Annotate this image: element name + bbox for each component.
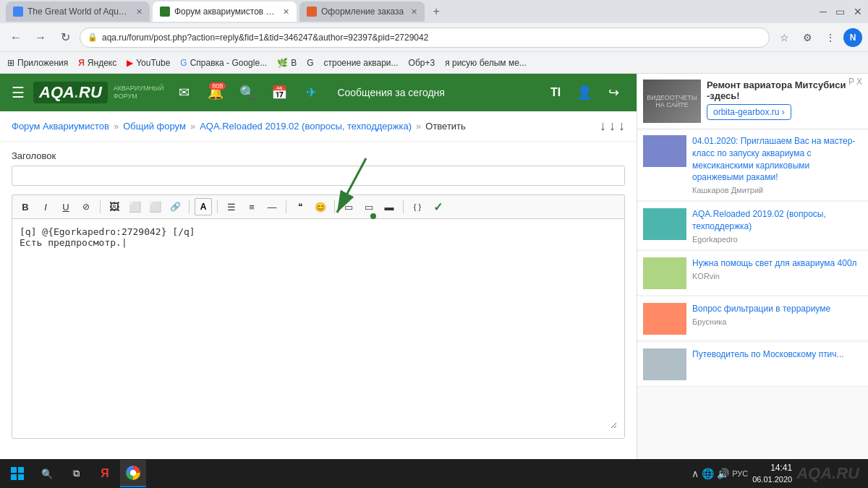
- grid-icon: ⊞: [7, 58, 14, 68]
- bookmark-b[interactable]: 🌿 B: [277, 58, 297, 68]
- chrome-taskbar-app[interactable]: [120, 460, 146, 487]
- sidebar-item-title-0: 04.01.2020: Приглашаем Вас на мастер-кла…: [692, 135, 862, 184]
- sidebar-item-content-4: Путеводитель по Московскому птич...: [692, 348, 862, 380]
- logout-icon[interactable]: ↪: [602, 81, 625, 104]
- svg-rect-4: [18, 467, 24, 473]
- address-bar[interactable]: 🔒 aqa.ru/forum/post.php?action=reply&fid…: [80, 27, 770, 48]
- clock-time: 14:41: [752, 462, 792, 474]
- windows-logo-icon: [10, 466, 25, 481]
- content-area: ☰ AQA.RU АКВАРИУМНЫЙФОРУМ ✉ 🔔 808 🔍 📅 ✈ …: [0, 74, 868, 459]
- sidebar-item-1[interactable]: AQA.Reloaded 2019.02 (вопросы, техподдер…: [637, 202, 868, 250]
- preview-check-button[interactable]: ✓: [429, 198, 446, 215]
- breadcrumb: Форум Аквариумистов » Общий форум » AQA.…: [0, 111, 637, 142]
- tray-network-icon[interactable]: 🌐: [702, 468, 714, 479]
- search-taskbar-button[interactable]: 🔍: [33, 459, 61, 488]
- sidebar-item-title-1: AQA.Reloaded 2019.02 (вопросы, техподдер…: [692, 208, 862, 233]
- task-view-button[interactable]: ⧉: [62, 459, 90, 488]
- tab-3-close[interactable]: ✕: [411, 7, 417, 17]
- messages-icon[interactable]: ✉: [172, 81, 195, 104]
- bookmark-draw[interactable]: я рисую белым ме...: [445, 58, 527, 68]
- bookmark-aqua-label: строение аквари...: [324, 58, 399, 68]
- insert-link-button[interactable]: 🔗: [166, 198, 184, 215]
- new-tab-button[interactable]: +: [427, 3, 445, 20]
- box1-button[interactable]: ▭: [340, 198, 357, 215]
- bookmark-applications[interactable]: ⊞ Приложения: [7, 58, 68, 68]
- underline-button[interactable]: U: [57, 198, 75, 215]
- breadcrumb-link-forum[interactable]: Форум Аквариумистов: [12, 121, 109, 132]
- minimize-button[interactable]: ─: [820, 6, 827, 17]
- header-input[interactable]: [12, 166, 625, 186]
- insert-image3-button[interactable]: ⬜: [146, 198, 163, 215]
- sidebar-item-0[interactable]: 04.01.2020: Приглашаем Вас на мастер-кла…: [637, 129, 868, 201]
- quote-button[interactable]: ❝: [292, 198, 309, 215]
- bookmark-button[interactable]: ☆: [774, 27, 794, 48]
- start-button[interactable]: [3, 459, 32, 488]
- notifications-icon[interactable]: 🔔 808: [204, 81, 227, 104]
- search-icon[interactable]: 🔍: [236, 81, 259, 104]
- tab-1-close[interactable]: ✕: [136, 7, 142, 17]
- taskbar-clock[interactable]: 14:41 06.01.2020: [752, 462, 792, 485]
- language-indicator[interactable]: РУС: [732, 469, 748, 478]
- tray-volume-icon[interactable]: 🔊: [717, 468, 729, 479]
- telegram-icon[interactable]: ✈: [299, 81, 323, 104]
- menu-button[interactable]: ⋮: [820, 27, 841, 48]
- forward-button[interactable]: →: [30, 27, 51, 48]
- unordered-list-button[interactable]: ☰: [223, 198, 240, 215]
- italic-button[interactable]: I: [37, 198, 54, 215]
- tab-2-close[interactable]: ✕: [283, 7, 289, 17]
- hamburger-menu[interactable]: ☰: [12, 84, 25, 101]
- sidebar-item-2[interactable]: Нужна помощь свет для аквариума 400л KOR…: [637, 252, 868, 296]
- reload-button[interactable]: ↻: [55, 27, 75, 48]
- tab-1-favicon: [13, 7, 23, 17]
- yandex-taskbar-icon[interactable]: Я: [91, 459, 119, 488]
- back-button[interactable]: ←: [6, 27, 26, 48]
- breadcrumb-link-topic[interactable]: AQA.Reloaded 2019.02 (вопросы, техподдер…: [200, 121, 412, 132]
- arrow-down-2[interactable]: ↓: [609, 119, 616, 134]
- tab-2[interactable]: Форум аквариумистов - аквар... ✕: [153, 1, 297, 22]
- font-icon[interactable]: TI: [544, 81, 567, 104]
- editor-wrapper: B I U ⊘ 🖼 ⬜ ⬜ 🔗 A ☰ ≡ —: [12, 194, 625, 439]
- b-icon: 🌿: [277, 58, 288, 68]
- close-button[interactable]: ✕: [854, 6, 862, 17]
- sidebar-item-4[interactable]: Путеводитель по Московскому птич...: [637, 343, 868, 387]
- bookmark-g[interactable]: G: [307, 58, 313, 68]
- bookmark-aqua[interactable]: строение аквари...: [324, 58, 399, 68]
- hr-button[interactable]: —: [263, 198, 281, 215]
- maximize-button[interactable]: ▭: [835, 6, 845, 17]
- bookmark-google-help[interactable]: G Справка - Google...: [180, 58, 267, 68]
- bookmark-yandex[interactable]: Я Яндекс: [78, 58, 116, 68]
- sidebar-item-author-1: Egorkapedro: [692, 235, 862, 244]
- extensions-button[interactable]: ⚙: [797, 27, 817, 48]
- insert-image2-button[interactable]: ⬜: [126, 198, 143, 215]
- insert-image-button[interactable]: 🖼: [106, 198, 123, 215]
- tray-up-icon[interactable]: ∧: [692, 468, 699, 479]
- bookmark-obr[interactable]: Обр+3: [409, 58, 435, 68]
- box3-button[interactable]: ▬: [380, 198, 398, 215]
- ad-close-button[interactable]: P X: [848, 77, 862, 87]
- sidebar-item-author-3: Брусника: [692, 317, 862, 326]
- bookmark-youtube[interactable]: ▶ YouTube: [127, 58, 170, 68]
- user-icon[interactable]: 👤: [573, 81, 596, 104]
- font-color-button[interactable]: A: [195, 198, 212, 215]
- tab-3[interactable]: Оформление заказа ✕: [299, 1, 425, 22]
- sidebar-item-3[interactable]: Вопрос фильтрации в террариуме Брусника: [637, 297, 868, 341]
- calendar-icon[interactable]: 📅: [268, 81, 291, 104]
- sidebar-item-title-4: Путеводитель по Московскому птич...: [692, 348, 862, 361]
- arrow-down-3[interactable]: ↓: [618, 119, 625, 134]
- ad-link-button[interactable]: orbita-gearbox.ru: [707, 104, 791, 120]
- sidebar-item-author-2: KORvin: [692, 272, 862, 281]
- editor-textarea[interactable]: [q] @{Egorkapedro:2729042} [/q] Есть пре…: [20, 226, 617, 429]
- breadcrumb-sep-2: »: [190, 121, 195, 132]
- code-button[interactable]: { }: [409, 198, 426, 215]
- emoji-button[interactable]: 😊: [312, 198, 329, 215]
- tab-1[interactable]: The Great World of Aquaristic &... ✕: [6, 1, 150, 22]
- profile-button[interactable]: N: [843, 28, 862, 47]
- arrow-down-1[interactable]: ↓: [600, 119, 606, 134]
- bold-button[interactable]: B: [17, 198, 34, 215]
- breadcrumb-link-general[interactable]: Общий форум: [123, 121, 186, 132]
- form-area: Заголовок B I U ⊘ 🖼 ⬜ ⬜ 🔗: [0, 142, 637, 459]
- box2-button[interactable]: ▭: [360, 198, 378, 215]
- sidebar-item-author-0: Кашкаров Дмитрий: [692, 186, 862, 194]
- strikethrough-button[interactable]: ⊘: [77, 198, 95, 215]
- ordered-list-button[interactable]: ≡: [243, 198, 260, 215]
